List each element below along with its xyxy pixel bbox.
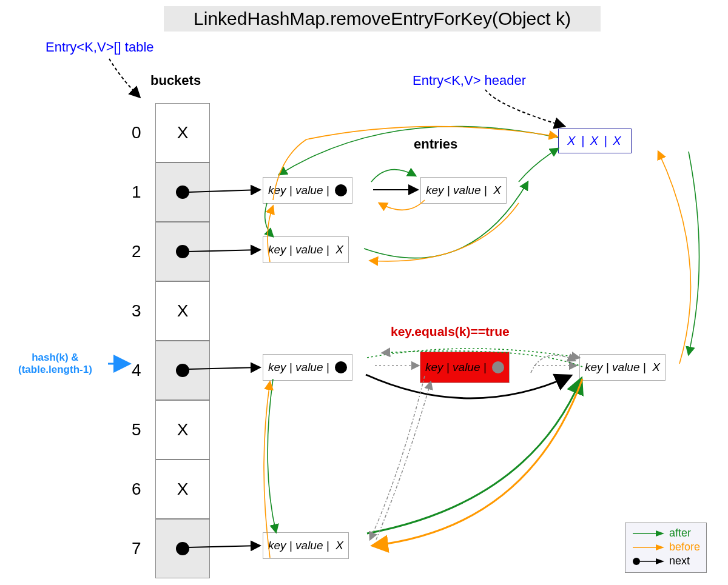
ptr-dot — [335, 184, 347, 196]
legend-next: next — [669, 555, 690, 567]
label-table: Entry<K,V>[] table — [46, 39, 154, 55]
entry-4-3: key | value | X — [579, 354, 666, 381]
entry-4-2-removed: key | value | — [420, 352, 510, 383]
bucket-index: 2 — [132, 242, 141, 261]
entry-7-1: key | value | X — [263, 532, 349, 559]
bucket-4: 4 — [155, 341, 210, 400]
ptr-dot — [176, 364, 189, 377]
hash-line2: (table.length-1) — [18, 364, 92, 375]
page-title: LinkedHashMap.removeEntryForKey(Object k… — [164, 6, 601, 32]
ptr-dot — [176, 186, 189, 199]
label-hash: hash(k) & (table.length-1) — [18, 352, 92, 376]
bucket-content: X — [177, 301, 189, 321]
legend-after: after — [669, 527, 691, 540]
ptr-dot — [176, 542, 189, 555]
legend-before: before — [669, 541, 700, 553]
bucket-index: 0 — [132, 123, 141, 142]
ptr-dot — [176, 245, 189, 258]
bucket-0: 0X — [155, 103, 210, 162]
svg-marker-3 — [656, 544, 664, 550]
bucket-7: 7 — [155, 519, 210, 578]
label-header: Entry<K,V> header — [413, 73, 526, 89]
ptr-dot — [492, 361, 504, 373]
svg-point-4 — [633, 558, 640, 565]
bucket-1: 1 — [155, 162, 210, 222]
bucket-index: 5 — [132, 420, 141, 440]
svg-marker-6 — [656, 558, 664, 564]
bucket-index: 7 — [132, 539, 141, 558]
entry-4-1: key | value | — [263, 354, 352, 381]
bucket-5: 5X — [155, 400, 210, 460]
arrows-overlay — [0, 0, 728, 585]
header-entry: X | X | X — [558, 129, 632, 153]
ptr-dot — [335, 361, 347, 373]
bucket-content: X — [177, 420, 189, 440]
label-buckets: buckets — [150, 73, 201, 89]
hash-line1: hash(k) & — [32, 352, 78, 363]
bucket-column: 0X 1 2 3X 4 5X 6X 7 — [155, 103, 210, 578]
bucket-content: X — [177, 480, 189, 499]
entry-1-1: key | value | — [263, 177, 352, 204]
legend: after before next — [625, 523, 707, 573]
entry-1-2: key | value | X — [420, 177, 507, 204]
label-entries: entries — [414, 136, 457, 152]
bucket-index: 6 — [132, 480, 141, 499]
bucket-2: 2 — [155, 222, 210, 281]
bucket-index: 3 — [132, 301, 141, 321]
bucket-index: 1 — [132, 182, 141, 202]
entry-2-1: key | value | X — [263, 236, 349, 263]
svg-marker-1 — [656, 530, 664, 537]
bucket-content: X — [177, 123, 189, 142]
bucket-index: 4 — [132, 361, 141, 380]
label-equals: key.equals(k)==true — [391, 324, 510, 339]
bucket-3: 3X — [155, 281, 210, 341]
bucket-6: 6X — [155, 460, 210, 519]
